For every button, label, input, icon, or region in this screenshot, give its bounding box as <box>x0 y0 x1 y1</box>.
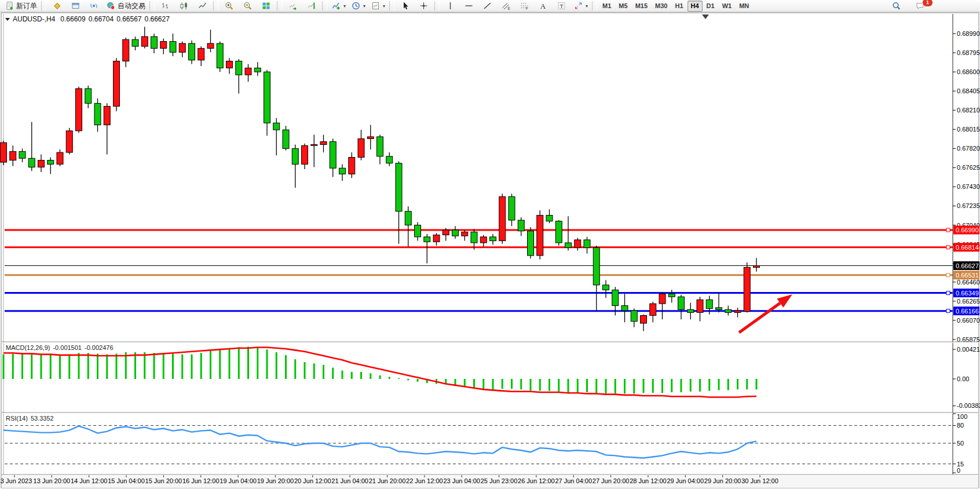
zoom-out-button[interactable] <box>239 0 257 12</box>
macd-histogram-bar <box>163 353 164 379</box>
chart-candles-button[interactable] <box>175 0 193 12</box>
cursor-button[interactable] <box>396 0 414 12</box>
candle-bull <box>358 138 364 157</box>
candle-bear <box>678 297 685 309</box>
timeframe-button-D1[interactable]: D1 <box>703 1 718 12</box>
svg-text:E: E <box>508 6 511 10</box>
price-axis-tick-label: 0.68210 <box>957 107 980 114</box>
fibonacci-button[interactable]: F <box>515 0 533 12</box>
chart-dropdown-icon[interactable] <box>5 18 10 21</box>
rsi-name: RSI(14) <box>6 415 28 422</box>
time-axis-label: 19 Jun 20:00 <box>257 477 294 484</box>
candle-bull <box>123 39 129 61</box>
macd-histogram-bar <box>558 379 560 392</box>
text-label-button[interactable]: T <box>553 0 571 12</box>
candle-bull <box>499 196 506 240</box>
candle-bull <box>179 43 185 52</box>
candle-bear <box>555 221 562 243</box>
candle-bear <box>584 240 590 248</box>
indicators-button[interactable]: ▾ <box>329 0 348 12</box>
market-watch-button[interactable] <box>48 0 66 12</box>
auto-trading-button[interactable]: 自动交易 <box>104 0 148 12</box>
time-axis-label: 19 Jun 04:00 <box>220 477 257 484</box>
candle-bear <box>725 309 732 312</box>
timeframe-button-W1[interactable]: W1 <box>719 1 736 12</box>
periods-button[interactable]: ▾ <box>349 0 368 12</box>
candle-bear <box>132 39 138 46</box>
chart-shift-button[interactable] <box>302 0 320 12</box>
time-axis-label: 21 Jun 04:00 <box>331 477 368 484</box>
macd-histogram-bar <box>746 379 748 389</box>
arrows-button[interactable]: ▾ <box>571 0 590 12</box>
macd-histogram-bar <box>68 355 70 379</box>
macd-histogram-bar <box>530 379 532 391</box>
price-axis-tick-label: 0.68600 <box>957 68 980 75</box>
timeframe-button-H4[interactable]: H4 <box>688 1 703 12</box>
chevron-down-icon[interactable]: ▾ <box>383 3 385 9</box>
macd-histogram-bar <box>370 373 371 379</box>
rsi-axis-tick-label: 15 <box>957 461 964 468</box>
candle-bull <box>10 151 16 160</box>
rsi-axis-tick-label: 0 <box>957 467 960 474</box>
time-axis-label: 25 Jun 23:00 <box>481 477 518 484</box>
data-window-button[interactable] <box>67 0 85 12</box>
macd-histogram-bar <box>389 377 390 379</box>
macd-histogram-bar <box>577 379 579 392</box>
hline-icon <box>464 1 474 10</box>
macd-histogram-bar <box>539 379 541 391</box>
line-anchor-handle[interactable] <box>946 309 950 313</box>
search-button[interactable] <box>887 0 905 12</box>
line-anchor-handle[interactable] <box>946 246 950 249</box>
time-axis-label: 21 Jun 20:00 <box>369 477 406 484</box>
price-label-0.66531: 0.66531 <box>956 272 979 279</box>
chart-bars-button[interactable] <box>156 0 174 12</box>
timeframe-button-M5[interactable]: M5 <box>615 1 631 12</box>
macd-histogram-bar <box>690 379 692 392</box>
macd-histogram-bar <box>41 355 42 379</box>
line-anchor-handle[interactable] <box>946 291 950 295</box>
zoom-in-button[interactable] <box>220 0 238 12</box>
price-axis-tick-label: 0.67430 <box>957 183 980 190</box>
timeframe-button-M30[interactable]: M30 <box>652 1 671 12</box>
templates-button[interactable]: ▾ <box>368 0 387 12</box>
macd-signal-value: -0.002476 <box>85 344 114 351</box>
indicators-icon <box>331 1 341 10</box>
equidistant-channel-button[interactable]: E <box>497 0 515 12</box>
line-anchor-handle[interactable] <box>946 228 950 232</box>
macd-histogram-bar <box>652 379 654 393</box>
cursor-icon <box>400 1 410 10</box>
timeframe-button-H1[interactable]: H1 <box>671 1 686 12</box>
signals-button[interactable] <box>85 0 103 12</box>
macd-histogram-bar <box>144 352 145 379</box>
new-order-button[interactable]: 新订单 <box>2 0 39 12</box>
line-anchor-handle[interactable] <box>946 273 950 277</box>
time-axis-label: 29 Jun 20:00 <box>704 477 741 484</box>
chevron-down-icon[interactable]: ▾ <box>363 3 365 9</box>
auto-scroll-button[interactable] <box>284 0 302 12</box>
svg-text:F: F <box>526 6 528 10</box>
price-axis-tick-label: 0.68990 <box>957 30 980 37</box>
trendline-button[interactable] <box>478 0 496 12</box>
price-label-0.66990: 0.66990 <box>956 227 979 233</box>
timeframe-button-M15[interactable]: M15 <box>632 1 651 12</box>
timeframe-button-MN[interactable]: MN <box>736 1 752 12</box>
chevron-down-icon[interactable]: ▾ <box>343 3 346 9</box>
candle-bull <box>104 106 110 125</box>
price-label-0.66349: 0.66349 <box>956 290 979 297</box>
text-button[interactable]: A <box>534 0 552 12</box>
crosshair-button[interactable] <box>415 0 433 12</box>
macd-histogram-bar <box>351 372 353 379</box>
open-value: 0.66609 <box>60 15 85 23</box>
candle-bull <box>734 311 741 312</box>
horizontal-line-button[interactable] <box>460 0 478 12</box>
timeframe-button-M1[interactable]: M1 <box>599 1 615 12</box>
tile-windows-button[interactable] <box>257 0 275 12</box>
chevron-down-icon[interactable]: ▾ <box>586 3 588 9</box>
notifications-button[interactable]: 1 <box>911 0 929 12</box>
close-value: 0.66627 <box>145 15 170 23</box>
vertical-line-button[interactable] <box>441 0 459 12</box>
chart-line-button[interactable] <box>193 0 211 12</box>
arrows-icon <box>573 1 583 10</box>
candle-bear <box>509 196 515 220</box>
candle-bull <box>433 235 440 242</box>
